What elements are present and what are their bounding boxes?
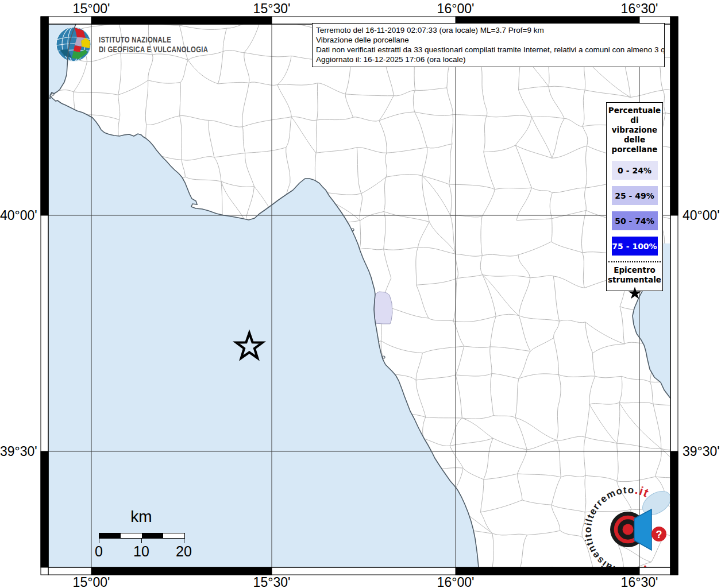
scale-segment	[163, 533, 184, 538]
ingv-title-line1: ISTITUTO NAZIONALE	[99, 35, 171, 45]
axis-label-left-40-00: 40°00'	[0, 208, 37, 223]
legend-title-line: porcellane	[607, 145, 662, 154]
legend-swatch-75-100: 75 - 100%	[612, 237, 658, 256]
ingv-globe-icon	[56, 27, 91, 61]
axis-label-top-15-30: 15°30'	[253, 1, 291, 17]
legend: Percentuale di vibrazione delle porcella…	[606, 102, 663, 291]
scale-tick	[99, 538, 99, 543]
scale-segment	[99, 533, 121, 538]
legend-title: Percentuale di vibrazione delle porcella…	[607, 106, 662, 154]
scale-bar: km 0 10 20	[92, 508, 195, 565]
scale-segment	[121, 533, 142, 538]
scale-segment	[142, 533, 163, 538]
felt-report-map-page: ISTITUTO NAZIONALE DI GEOFISICA E VULCAN…	[0, 0, 721, 588]
axis-label-left-39-30: 39°30'	[0, 444, 37, 459]
ingv-title-line2: DI GEOFISICA E VULCANOLOGIA	[99, 45, 208, 55]
axis-label-bottom-16-00: 16°00'	[437, 575, 475, 588]
axis-label-top-16-00: 16°00'	[437, 1, 475, 17]
scale-tick	[141, 538, 142, 543]
legend-divider	[608, 261, 661, 262]
question-mark-icon: ?	[656, 529, 662, 540]
scale-tick	[184, 538, 184, 543]
event-effect-line: Vibrazione delle porcellane	[316, 35, 661, 45]
scale-label-10: 10	[133, 543, 149, 560]
axis-label-right-39-30: 39°30'	[683, 444, 720, 459]
event-info-box: Terremoto del 16-11-2019 02:07:33 (ora l…	[312, 23, 665, 67]
axis-label-bottom-15-00: 15°00'	[73, 575, 110, 588]
legend-star-icon	[627, 286, 643, 301]
event-summary-line: Terremoto del 16-11-2019 02:07:33 (ora l…	[316, 25, 661, 35]
legend-swatch-0-24: 0 - 24%	[612, 161, 658, 180]
legend-title-line: Percentuale	[607, 106, 662, 115]
legend-epicenter-label: strumentale	[607, 275, 662, 285]
event-data-note: Dati non verificati estratti da 33 quest…	[316, 45, 661, 55]
axis-label-bottom-15-30: 15°30'	[253, 575, 291, 588]
legend-title-line: delle	[607, 135, 662, 145]
scale-label-20: 20	[176, 543, 192, 560]
legend-swatch-25-49: 25 - 49%	[612, 186, 658, 205]
axis-label-top-16-30: 16°30'	[621, 1, 658, 17]
scale-label-0: 0	[95, 543, 103, 560]
scale-bar-unit: km	[99, 508, 184, 526]
legend-swatch-50-74: 50 - 74%	[612, 211, 658, 230]
axis-label-top-15-00: 15°00'	[73, 1, 110, 17]
event-updated-line: Aggiornato il: 16-12-2025 17:06 (ora loc…	[316, 55, 661, 64]
scale-bar-segments	[99, 533, 185, 539]
logo-center-dot	[623, 524, 634, 535]
legend-title-line: di vibrazione	[607, 115, 662, 135]
axis-label-right-40-00: 40°00'	[683, 208, 720, 223]
affected-municipality	[374, 292, 392, 324]
legend-epicenter-label: Epicentro	[607, 265, 662, 275]
axis-label-bottom-16-30: 16°30'	[621, 575, 658, 588]
